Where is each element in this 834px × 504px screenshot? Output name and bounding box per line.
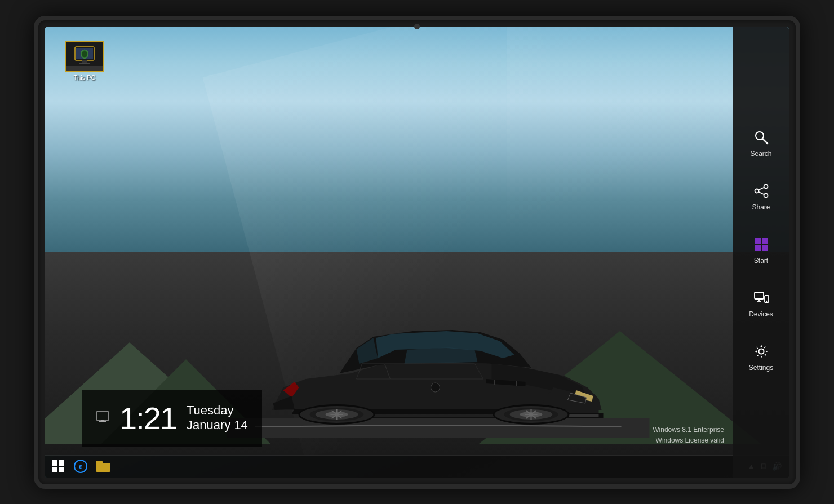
svg-rect-39 (755, 238, 761, 244)
screen: This PC 1:21 Tuesday January 14 (45, 27, 789, 478)
sky-background (45, 27, 789, 275)
win-logo-quad-4 (59, 467, 64, 472)
license-line2: Windows License valid (653, 435, 724, 446)
this-pc-icon[interactable]: This PC (62, 41, 107, 81)
svg-point-48 (758, 349, 764, 354)
charm-share-label: Share (752, 203, 770, 211)
svg-point-34 (764, 185, 768, 189)
svg-point-35 (764, 194, 768, 198)
devices-icon (753, 290, 769, 306)
tablet-frame: This PC 1:21 Tuesday January 14 (34, 16, 800, 489)
svg-rect-29 (96, 412, 109, 420)
taskbar-explorer-button[interactable] (93, 456, 113, 476)
charm-start[interactable]: Start (733, 224, 789, 278)
charm-devices[interactable]: Devices (733, 278, 789, 331)
svg-point-24 (431, 383, 440, 392)
charm-devices-label: Devices (749, 310, 773, 318)
svg-rect-30 (101, 420, 104, 421)
start-icon (753, 237, 769, 252)
clock-time: 1:21 (119, 400, 176, 436)
svg-line-37 (758, 188, 764, 190)
charms-bar: Search Share (733, 27, 789, 478)
settings-icon (753, 344, 769, 359)
svg-line-38 (758, 192, 764, 195)
taskbar-start-button[interactable] (48, 456, 68, 476)
share-icon (753, 183, 769, 199)
svg-rect-28 (79, 63, 90, 64)
clock-month-day: January 14 (187, 418, 248, 432)
windows-logo (52, 460, 64, 472)
svg-rect-40 (762, 238, 768, 244)
charm-search-label: Search (750, 150, 771, 158)
svg-rect-41 (755, 245, 761, 251)
clock-date: Tuesday January 14 (187, 403, 248, 432)
charm-share[interactable]: Share (733, 171, 789, 224)
win-logo-quad-1 (52, 460, 57, 466)
svg-rect-42 (762, 245, 768, 251)
desktop: This PC 1:21 Tuesday January 14 (45, 27, 789, 478)
clock-overlay: 1:21 Tuesday January 14 (82, 390, 262, 447)
win-logo-quad-3 (52, 467, 57, 472)
car-image (227, 258, 650, 438)
monitor-icon (96, 411, 109, 425)
svg-rect-43 (755, 292, 764, 299)
svg-line-33 (762, 139, 768, 144)
taskbar: ▲ 🖥 🔊 (45, 455, 789, 478)
charm-settings[interactable]: Settings (733, 331, 789, 385)
search-icon (753, 130, 769, 145)
taskbar-ie-button[interactable] (70, 456, 91, 476)
svg-rect-1 (227, 418, 650, 438)
charm-start-label: Start (754, 257, 768, 265)
svg-point-36 (755, 189, 758, 193)
svg-rect-31 (99, 421, 106, 422)
clock-day: Tuesday (187, 403, 248, 418)
svg-rect-27 (82, 60, 87, 63)
license-text: Windows 8.1 Enterprise Windows License v… (653, 425, 724, 446)
this-pc-label: This PC (73, 74, 95, 81)
license-line1: Windows 8.1 Enterprise (653, 425, 724, 435)
charm-settings-label: Settings (749, 364, 773, 372)
internet-explorer-icon (74, 460, 87, 473)
charm-search[interactable]: Search (733, 117, 789, 171)
this-pc-icon-image (65, 41, 104, 72)
win-logo-quad-2 (59, 460, 64, 466)
file-explorer-icon (96, 461, 110, 472)
